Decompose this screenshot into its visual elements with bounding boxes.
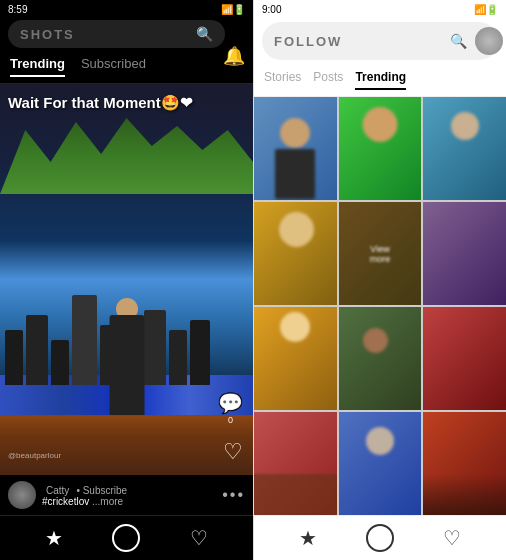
video-overlay-text: Wait For that Moment🤩❤ [0, 84, 253, 122]
time-left: 8:59 [8, 4, 27, 15]
grid-item-6[interactable] [423, 202, 506, 305]
subscribe-label[interactable]: • Subscribe [76, 485, 127, 496]
tab-subscribed-left[interactable]: Subscribed [81, 56, 146, 77]
status-icons-left: 📶🔋 [221, 4, 245, 15]
status-bar-left: 8:59 📶🔋 [0, 0, 253, 18]
comment-button[interactable]: 💬 0 [218, 391, 243, 425]
avatar-right-top[interactable] [475, 27, 503, 55]
nav-home-left[interactable]: ★ [45, 526, 63, 550]
nav-heart-left[interactable]: ♡ [190, 526, 208, 550]
right-panel: 9:00 📶🔋 🔍 Stories Posts Trending View [253, 0, 506, 560]
search-bar-left[interactable]: 🔍 [8, 20, 225, 48]
nav-home-right[interactable]: ★ [299, 526, 317, 550]
tabs-right: Stories Posts Trending [254, 64, 506, 97]
tab-trending-left[interactable]: Trending [10, 56, 65, 77]
nav-circle-left[interactable] [112, 524, 140, 552]
video-area: Wait For that Moment🤩❤ 💬 0 ♡ @beautparlo… [0, 84, 253, 475]
avatar-left [8, 481, 36, 509]
username: Catty • Subscribe [42, 484, 127, 496]
status-bar-right: 9:00 📶🔋 [254, 0, 506, 18]
photo-grid: View more [254, 97, 506, 515]
tabs-left: Trending Subscribed [0, 50, 253, 84]
search-icon-right[interactable]: 🔍 [450, 33, 467, 49]
grid-item-8[interactable] [339, 307, 422, 410]
grid-item-5[interactable]: View more [339, 202, 422, 305]
grid-item-9[interactable] [423, 307, 506, 410]
hashtag: #cricketlov ...more [42, 496, 127, 507]
grid-item-1[interactable] [254, 97, 337, 200]
grid-item-12[interactable] [423, 412, 506, 515]
tab-trending-right[interactable]: Trending [355, 70, 406, 90]
user-text: Catty • Subscribe #cricketlov ...more [42, 484, 127, 507]
bottom-nav-left: ★ ♡ [0, 515, 253, 560]
search-input-right[interactable] [274, 34, 442, 49]
tab-stories-right[interactable]: Stories [264, 70, 301, 90]
grid-item-7[interactable] [254, 307, 337, 410]
dots-menu[interactable]: ••• [222, 486, 245, 504]
grid-item-10[interactable] [254, 412, 337, 515]
left-panel: 8:59 📶🔋 🔍 🔔 Trending Subscribed [0, 0, 253, 560]
user-info: Catty • Subscribe #cricketlov ...more [8, 481, 127, 509]
nav-circle-right[interactable] [366, 524, 394, 552]
search-bar-right[interactable]: 🔍 [262, 22, 498, 60]
bottom-nav-right: ★ ♡ [254, 515, 506, 560]
grid-item-11[interactable] [339, 412, 422, 515]
search-input-left[interactable] [20, 27, 188, 42]
comment-icon: 💬 [218, 391, 243, 415]
grid-item-3[interactable] [423, 97, 506, 200]
tab-posts-right[interactable]: Posts [313, 70, 343, 90]
status-icons-right: 📶🔋 [474, 4, 498, 15]
nav-heart-right[interactable]: ♡ [443, 526, 461, 550]
grid-item-4[interactable] [254, 202, 337, 305]
time-right: 9:00 [262, 4, 281, 15]
search-icon-left[interactable]: 🔍 [196, 26, 213, 42]
heart-button[interactable]: ♡ [223, 439, 243, 465]
video-watermark: @beautparlour [8, 451, 61, 460]
bottom-info: Catty • Subscribe #cricketlov ...more ••… [0, 475, 253, 515]
comment-count: 0 [218, 415, 243, 425]
bell-icon[interactable]: 🔔 [223, 45, 245, 67]
video-person-body [109, 315, 144, 415]
more-label[interactable]: ...more [92, 496, 123, 507]
grid-item-2[interactable] [339, 97, 422, 200]
